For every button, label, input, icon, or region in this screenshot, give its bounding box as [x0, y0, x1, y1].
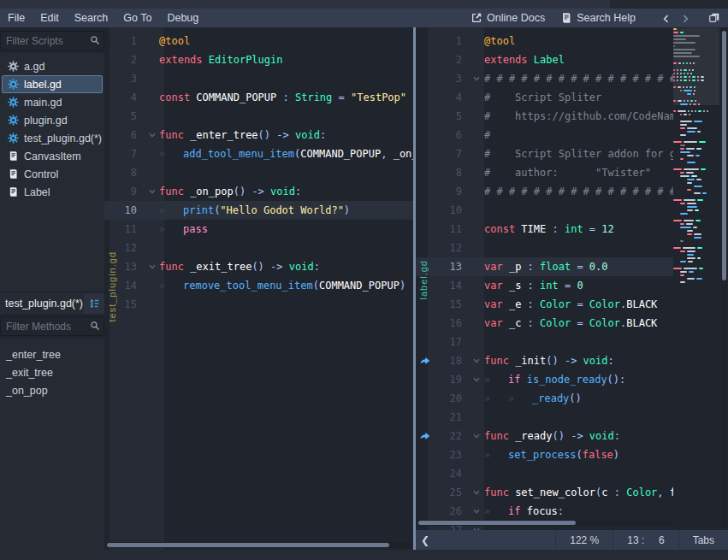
- script-list-item[interactable]: main.gd: [2, 93, 103, 111]
- code-line[interactable]: 20»»_ready(): [416, 389, 673, 408]
- code-line[interactable]: 6func _enter_tree() -> void:: [104, 126, 413, 144]
- method-list-item[interactable]: _exit_tree: [0, 363, 104, 381]
- collapse-panel-button[interactable]: ❮: [416, 534, 435, 546]
- fold-arrow-icon[interactable]: [469, 502, 484, 521]
- code-text: # # # # # # # # # # # # # # # # # # # #: [484, 182, 673, 201]
- right-vertical-scrollbar[interactable]: [721, 29, 727, 528]
- code-line[interactable]: 15var _e : Color = Color.BLACK: [416, 295, 673, 314]
- filter-methods-input[interactable]: [0, 316, 104, 336]
- code-line[interactable]: 18func _init() -> void:: [416, 351, 673, 370]
- line-column-indicator[interactable]: 13 : 6: [613, 530, 678, 550]
- menu-search[interactable]: Search: [67, 9, 116, 27]
- code-line[interactable]: 2extends Label: [416, 50, 673, 69]
- minimap-row: [673, 90, 719, 91]
- script-list-item[interactable]: Label: [2, 183, 103, 201]
- script-list-item[interactable]: plugin.gd: [2, 111, 103, 129]
- fold-gutter: [469, 276, 484, 295]
- minimap[interactable]: [673, 28, 719, 528]
- code-line[interactable]: 23»set_process(false): [416, 445, 673, 464]
- code-line[interactable]: 7»add_tool_menu_item(COMMAND_POPUP, _on_…: [104, 144, 413, 163]
- make-floating-button[interactable]: [706, 12, 723, 25]
- search-help-button[interactable]: Search Help: [553, 9, 642, 27]
- code-line[interactable]: 14var _s : int = 0: [416, 276, 673, 295]
- code-line[interactable]: 12: [104, 239, 413, 257]
- menu-file[interactable]: File: [0, 9, 33, 27]
- fold-arrow-icon[interactable]: [469, 351, 484, 370]
- code-line[interactable]: 5: [104, 107, 413, 126]
- doc-icon: [8, 150, 19, 162]
- minimap-row: [673, 213, 719, 215]
- code-line[interactable]: 1@tool: [104, 32, 413, 50]
- code-line[interactable]: 25func set_new_color(c : Color, f: [416, 483, 673, 502]
- code-line[interactable]: 11»pass: [104, 220, 413, 239]
- code-line[interactable]: 2extends EditorPlugin: [104, 50, 413, 69]
- minimap-row: [673, 175, 719, 177]
- code-line[interactable]: 10»print("Hello Godot World?"): [104, 201, 413, 220]
- fold-arrow-icon[interactable]: [469, 370, 484, 389]
- script-list-item[interactable]: Control: [2, 165, 103, 183]
- indent-type-indicator[interactable]: Tabs: [678, 530, 728, 550]
- code-line[interactable]: 21: [416, 408, 673, 427]
- code-line[interactable]: 26»if focus:: [416, 502, 673, 521]
- script-list-item[interactable]: label.gd: [2, 75, 103, 93]
- code-text: extends EditorPlugin: [159, 50, 413, 69]
- history-forward-button[interactable]: [677, 12, 694, 24]
- code-line[interactable]: 16var _c : Color = Color.BLACK: [416, 314, 673, 333]
- code-line[interactable]: 3# # # # # # # # # # # # # # # # # # # #: [416, 69, 673, 88]
- code-line[interactable]: 19»if is_node_ready():: [416, 370, 673, 389]
- menu-edit[interactable]: Edit: [33, 9, 67, 27]
- menu-go-to[interactable]: Go To: [115, 9, 159, 27]
- filter-scripts-input[interactable]: [0, 31, 104, 50]
- sort-methods-button[interactable]: [84, 293, 104, 314]
- code-line[interactable]: 7# Script Spliter addon for go: [416, 144, 673, 163]
- code-line[interactable]: 4# Script Spliter: [416, 88, 673, 107]
- zoom-level[interactable]: 122 %: [555, 530, 613, 550]
- history-back-button[interactable]: [658, 12, 675, 24]
- code-line[interactable]: 3: [104, 69, 413, 88]
- code-line[interactable]: 17: [416, 333, 673, 351]
- code-line[interactable]: 14»remove_tool_menu_item(COMMAND_POPUP): [104, 276, 413, 295]
- code-line[interactable]: 9# # # # # # # # # # # # # # # # # # # #: [416, 182, 673, 201]
- code-line[interactable]: 1@tool: [416, 32, 673, 50]
- code-line[interactable]: 11const TIME : int = 12: [416, 220, 673, 239]
- code-line[interactable]: 6#: [416, 126, 673, 144]
- online-docs-button[interactable]: Online Docs: [464, 9, 552, 27]
- code-line[interactable]: 8: [104, 163, 413, 182]
- script-list-item[interactable]: a.gd: [2, 57, 103, 75]
- code-line[interactable]: 13var _p : float = 0.0: [416, 257, 673, 276]
- method-list-item[interactable]: _enter_tree: [0, 345, 104, 363]
- code-line[interactable]: 12: [416, 239, 673, 257]
- fold-gutter: [145, 107, 159, 126]
- right-horizontal-scrollbar[interactable]: [417, 520, 672, 526]
- fold-arrow-icon[interactable]: [469, 483, 484, 502]
- code-line[interactable]: 4const COMMAND_POPUP : String = "TestPop…: [104, 88, 413, 107]
- code-line[interactable]: 5# https://github.com/CodeName: [416, 107, 673, 126]
- fold-arrow-icon[interactable]: [145, 182, 159, 201]
- fold-gutter: [469, 408, 484, 427]
- fold-arrow-icon[interactable]: [145, 257, 159, 276]
- code-line[interactable]: 24: [416, 464, 673, 483]
- minimap-row: [673, 278, 719, 280]
- left-code-editor[interactable]: 1@tool2extends EditorPlugin34const COMMA…: [104, 27, 413, 550]
- method-list-item[interactable]: _on_pop: [0, 381, 104, 399]
- left-horizontal-scrollbar[interactable]: [106, 542, 410, 548]
- fold-arrow-icon[interactable]: [145, 126, 159, 144]
- fold-arrow-icon[interactable]: [469, 69, 484, 88]
- script-list-item[interactable]: CanvasItem: [2, 147, 103, 165]
- override-icon[interactable]: [416, 427, 433, 445]
- code-line[interactable]: 9func _on_pop() -> void:: [104, 182, 413, 201]
- code-text: func _ready() -> void:: [484, 427, 673, 445]
- code-line[interactable]: 22func _ready() -> void:: [416, 427, 673, 445]
- right-code-editor[interactable]: 1@tool2extends Label3# # # # # # # # # #…: [416, 27, 728, 530]
- code-line[interactable]: 8# author: "Twister": [416, 163, 673, 182]
- code-line[interactable]: 13func _exit_tree() -> void:: [104, 257, 413, 276]
- line-number: 25: [433, 483, 469, 502]
- fold-gutter: [145, 295, 159, 314]
- fold-arrow-icon[interactable]: [469, 427, 484, 445]
- override-icon[interactable]: [416, 351, 433, 370]
- script-list-item[interactable]: test_plugin.gd(*): [2, 129, 103, 147]
- menu-debug[interactable]: Debug: [159, 9, 206, 27]
- code-line[interactable]: 10: [416, 201, 673, 220]
- code-line[interactable]: 15: [104, 295, 413, 314]
- line-number: 24: [433, 464, 469, 483]
